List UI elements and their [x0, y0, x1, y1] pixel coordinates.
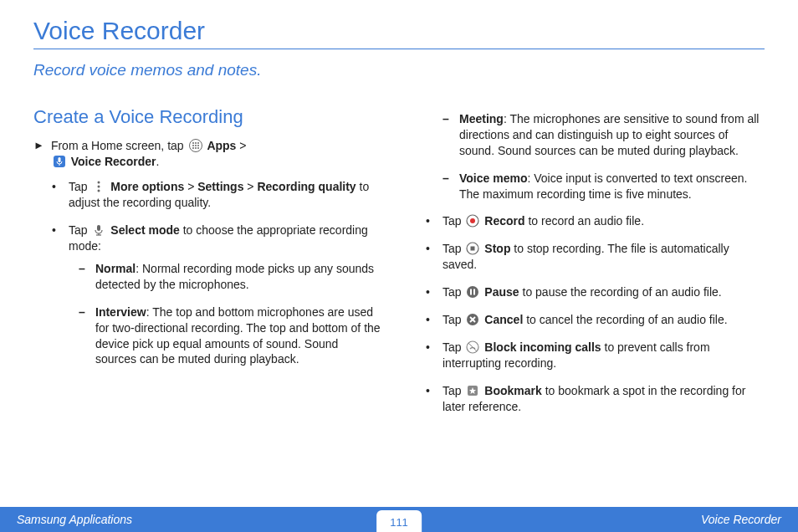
bookmark-icon [466, 384, 479, 397]
text: Tap [69, 223, 90, 237]
footer-left: Samsung Applications [17, 513, 132, 526]
text: Tap [442, 340, 464, 354]
stop-icon [466, 242, 479, 255]
content-columns: Create a Voice Recording ► From a Home s… [33, 105, 765, 426]
svg-line-30 [468, 343, 477, 351]
left-column: Create a Voice Recording ► From a Home s… [33, 105, 382, 426]
svg-point-20 [470, 218, 475, 223]
text: Tap [442, 384, 464, 397]
svg-rect-24 [470, 289, 472, 295]
svg-point-7 [192, 147, 194, 149]
svg-point-15 [98, 190, 100, 192]
mode-desc: : The microphones are sensitive to sound… [459, 112, 759, 157]
mode-list-continued: Meeting: The microphones are sensitive t… [416, 111, 765, 202]
list-item: Tap Select mode to choose the appropriat… [59, 223, 382, 367]
pause-icon [466, 285, 479, 299]
recording-quality-label: Recording quality [257, 180, 356, 193]
action-list: Tap Record to record an audio file. Tap … [416, 213, 765, 414]
list-item: Tap Record to record an audio file. [432, 213, 765, 229]
text: Tap [442, 313, 464, 326]
right-column: Meeting: The microphones are sensitive t… [416, 105, 765, 426]
svg-point-2 [195, 142, 197, 144]
svg-point-4 [192, 145, 194, 146]
apps-icon [189, 139, 202, 152]
text: Tap [69, 180, 90, 193]
svg-rect-11 [58, 157, 60, 162]
voice-recorder-icon [53, 155, 66, 168]
text: > [239, 139, 246, 152]
apps-label: Apps [207, 139, 236, 152]
mode-name: Voice memo [459, 171, 527, 185]
text: . [156, 155, 159, 168]
list-item: Tap More options > Settings > Recording … [59, 179, 382, 211]
text: From a Home screen, tap [51, 139, 187, 152]
list-item: Tap Block incoming calls to prevent call… [432, 340, 765, 371]
text: to record an audio file. [528, 214, 644, 228]
bookmark-label: Bookmark [484, 384, 541, 397]
more-options-icon [92, 180, 105, 193]
list-item: Tap Stop to stop recording. The file is … [432, 241, 765, 273]
text: Tap [442, 214, 464, 228]
step-body: From a Home screen, tap Apps > Voice Rec… [51, 138, 382, 170]
select-mode-label: Select mode [110, 223, 179, 237]
record-icon [466, 214, 479, 228]
settings-label: Settings [197, 180, 243, 193]
mode-name: Normal [95, 262, 136, 275]
mic-icon [92, 223, 105, 237]
list-item: Meeting: The microphones are sensitive t… [451, 111, 765, 159]
text: Tap [442, 242, 464, 255]
text: > [247, 180, 257, 193]
mode-list: Normal: Normal recording mode picks up a… [69, 261, 382, 367]
footer-page-number: 111 [376, 510, 422, 532]
cancel-icon [466, 313, 479, 326]
text: to pause the recording of an audio file. [523, 285, 722, 299]
step-arrow-icon: ► [33, 138, 44, 170]
record-label: Record [484, 214, 524, 228]
svg-point-14 [98, 186, 100, 188]
block-calls-icon [466, 340, 479, 354]
page-subtitle: Record voice memos and notes. [33, 61, 765, 79]
page-title: Voice Recorder [33, 17, 765, 49]
svg-point-6 [197, 145, 199, 146]
section-heading: Create a Voice Recording [33, 105, 382, 130]
mode-name: Interview [95, 305, 146, 319]
svg-point-3 [197, 142, 199, 144]
text: > [187, 180, 197, 193]
page-footer: Samsung Applications 111 Voice Recorder [0, 507, 798, 532]
mode-desc: : Normal recording mode picks up any sou… [95, 262, 374, 291]
bullet-list: Tap More options > Settings > Recording … [33, 179, 382, 367]
step-row: ► From a Home screen, tap Apps > Voice R… [33, 138, 382, 170]
svg-point-1 [192, 142, 194, 144]
svg-point-9 [197, 147, 199, 149]
list-item: Tap Bookmark to bookmark a spot in the r… [432, 383, 765, 415]
voice-recorder-label: Voice Recorder [71, 155, 156, 168]
text: Tap [442, 285, 464, 299]
svg-point-5 [195, 145, 197, 146]
block-calls-label: Block incoming calls [484, 340, 601, 354]
list-item: Normal: Normal recording mode picks up a… [87, 261, 382, 293]
text: to cancel the recording of an audio file… [526, 313, 728, 326]
mode-name: Meeting [459, 112, 504, 125]
more-options-label: More options [110, 180, 184, 193]
svg-rect-25 [473, 289, 475, 295]
list-item: Tap Cancel to cancel the recording of an… [432, 312, 765, 328]
svg-rect-16 [97, 225, 100, 231]
svg-rect-22 [471, 247, 475, 251]
footer-right: Voice Recorder [701, 513, 781, 526]
stop-label: Stop [484, 242, 510, 255]
list-item: Voice memo: Voice input is converted to … [451, 171, 765, 202]
document-page: Voice Recorder Record voice memos and no… [0, 0, 798, 532]
cancel-label: Cancel [484, 313, 523, 326]
svg-point-23 [467, 286, 478, 298]
list-item: Tap Pause to pause the recording of an a… [432, 284, 765, 300]
list-item: Interview: The top and bottom microphone… [87, 304, 382, 368]
pause-label: Pause [484, 285, 519, 299]
svg-point-8 [195, 147, 197, 149]
svg-point-13 [98, 182, 100, 184]
